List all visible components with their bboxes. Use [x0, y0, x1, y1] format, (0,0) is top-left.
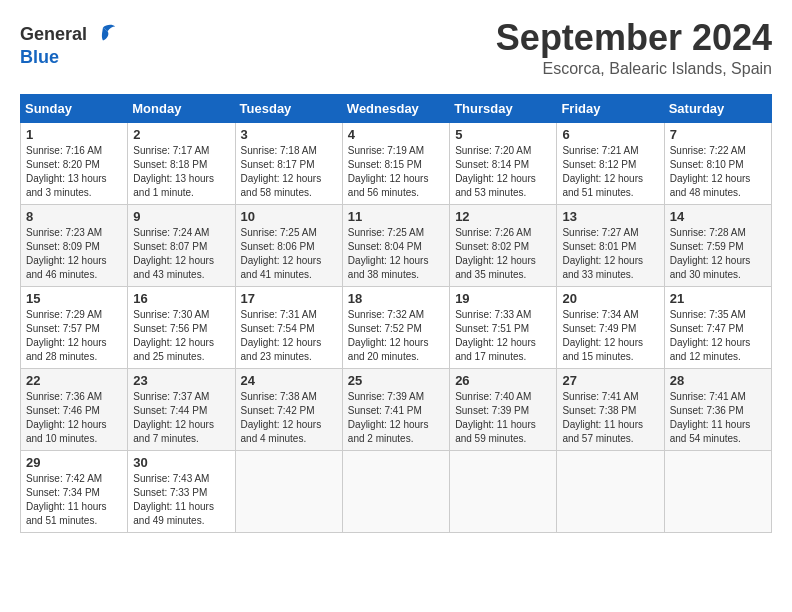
day-number: 9 — [133, 209, 229, 224]
calendar-week-row: 29Sunrise: 7:42 AMSunset: 7:34 PMDayligh… — [21, 451, 772, 533]
day-info: Sunrise: 7:39 AMSunset: 7:41 PMDaylight:… — [348, 390, 444, 446]
day-number: 29 — [26, 455, 122, 470]
calendar-cell: 28Sunrise: 7:41 AMSunset: 7:36 PMDayligh… — [664, 369, 771, 451]
calendar-cell: 25Sunrise: 7:39 AMSunset: 7:41 PMDayligh… — [342, 369, 449, 451]
calendar-cell: 24Sunrise: 7:38 AMSunset: 7:42 PMDayligh… — [235, 369, 342, 451]
day-info: Sunrise: 7:40 AMSunset: 7:39 PMDaylight:… — [455, 390, 551, 446]
weekday-header-tuesday: Tuesday — [235, 95, 342, 123]
weekday-header-sunday: Sunday — [21, 95, 128, 123]
day-number: 30 — [133, 455, 229, 470]
calendar-cell: 19Sunrise: 7:33 AMSunset: 7:51 PMDayligh… — [450, 287, 557, 369]
calendar-cell: 3Sunrise: 7:18 AMSunset: 8:17 PMDaylight… — [235, 123, 342, 205]
day-info: Sunrise: 7:38 AMSunset: 7:42 PMDaylight:… — [241, 390, 337, 446]
day-info: Sunrise: 7:41 AMSunset: 7:36 PMDaylight:… — [670, 390, 766, 446]
page-header: General Blue September 2024 Escorca, Bal… — [20, 20, 772, 78]
calendar-week-row: 8Sunrise: 7:23 AMSunset: 8:09 PMDaylight… — [21, 205, 772, 287]
day-info: Sunrise: 7:27 AMSunset: 8:01 PMDaylight:… — [562, 226, 658, 282]
calendar-cell: 8Sunrise: 7:23 AMSunset: 8:09 PMDaylight… — [21, 205, 128, 287]
calendar-cell: 21Sunrise: 7:35 AMSunset: 7:47 PMDayligh… — [664, 287, 771, 369]
calendar-week-row: 15Sunrise: 7:29 AMSunset: 7:57 PMDayligh… — [21, 287, 772, 369]
calendar-cell: 23Sunrise: 7:37 AMSunset: 7:44 PMDayligh… — [128, 369, 235, 451]
location-subtitle: Escorca, Balearic Islands, Spain — [496, 60, 772, 78]
weekday-header-wednesday: Wednesday — [342, 95, 449, 123]
calendar-cell: 30Sunrise: 7:43 AMSunset: 7:33 PMDayligh… — [128, 451, 235, 533]
calendar-cell — [557, 451, 664, 533]
calendar-cell: 14Sunrise: 7:28 AMSunset: 7:59 PMDayligh… — [664, 205, 771, 287]
day-number: 4 — [348, 127, 444, 142]
calendar-cell: 26Sunrise: 7:40 AMSunset: 7:39 PMDayligh… — [450, 369, 557, 451]
calendar-cell: 1Sunrise: 7:16 AMSunset: 8:20 PMDaylight… — [21, 123, 128, 205]
day-number: 16 — [133, 291, 229, 306]
calendar-cell — [342, 451, 449, 533]
weekday-header-friday: Friday — [557, 95, 664, 123]
calendar-cell: 4Sunrise: 7:19 AMSunset: 8:15 PMDaylight… — [342, 123, 449, 205]
calendar-cell: 15Sunrise: 7:29 AMSunset: 7:57 PMDayligh… — [21, 287, 128, 369]
day-number: 14 — [670, 209, 766, 224]
weekday-header-saturday: Saturday — [664, 95, 771, 123]
day-info: Sunrise: 7:17 AMSunset: 8:18 PMDaylight:… — [133, 144, 229, 200]
day-number: 3 — [241, 127, 337, 142]
day-info: Sunrise: 7:25 AMSunset: 8:04 PMDaylight:… — [348, 226, 444, 282]
calendar-cell: 11Sunrise: 7:25 AMSunset: 8:04 PMDayligh… — [342, 205, 449, 287]
calendar-cell: 10Sunrise: 7:25 AMSunset: 8:06 PMDayligh… — [235, 205, 342, 287]
day-info: Sunrise: 7:20 AMSunset: 8:14 PMDaylight:… — [455, 144, 551, 200]
day-number: 7 — [670, 127, 766, 142]
calendar-cell: 13Sunrise: 7:27 AMSunset: 8:01 PMDayligh… — [557, 205, 664, 287]
day-info: Sunrise: 7:19 AMSunset: 8:15 PMDaylight:… — [348, 144, 444, 200]
month-year-title: September 2024 — [496, 20, 772, 56]
day-info: Sunrise: 7:34 AMSunset: 7:49 PMDaylight:… — [562, 308, 658, 364]
logo: General Blue — [20, 20, 117, 67]
weekday-header-row: SundayMondayTuesdayWednesdayThursdayFrid… — [21, 95, 772, 123]
title-section: September 2024 Escorca, Balearic Islands… — [496, 20, 772, 78]
day-info: Sunrise: 7:21 AMSunset: 8:12 PMDaylight:… — [562, 144, 658, 200]
day-number: 13 — [562, 209, 658, 224]
calendar-cell: 12Sunrise: 7:26 AMSunset: 8:02 PMDayligh… — [450, 205, 557, 287]
day-number: 28 — [670, 373, 766, 388]
calendar-cell: 27Sunrise: 7:41 AMSunset: 7:38 PMDayligh… — [557, 369, 664, 451]
day-number: 11 — [348, 209, 444, 224]
day-info: Sunrise: 7:26 AMSunset: 8:02 PMDaylight:… — [455, 226, 551, 282]
day-info: Sunrise: 7:25 AMSunset: 8:06 PMDaylight:… — [241, 226, 337, 282]
calendar-cell: 6Sunrise: 7:21 AMSunset: 8:12 PMDaylight… — [557, 123, 664, 205]
calendar-cell: 29Sunrise: 7:42 AMSunset: 7:34 PMDayligh… — [21, 451, 128, 533]
day-number: 19 — [455, 291, 551, 306]
logo-blue: Blue — [20, 47, 59, 67]
day-number: 6 — [562, 127, 658, 142]
day-info: Sunrise: 7:23 AMSunset: 8:09 PMDaylight:… — [26, 226, 122, 282]
day-info: Sunrise: 7:22 AMSunset: 8:10 PMDaylight:… — [670, 144, 766, 200]
day-number: 10 — [241, 209, 337, 224]
day-info: Sunrise: 7:37 AMSunset: 7:44 PMDaylight:… — [133, 390, 229, 446]
day-number: 2 — [133, 127, 229, 142]
calendar-week-row: 22Sunrise: 7:36 AMSunset: 7:46 PMDayligh… — [21, 369, 772, 451]
day-number: 5 — [455, 127, 551, 142]
day-number: 1 — [26, 127, 122, 142]
day-number: 20 — [562, 291, 658, 306]
day-info: Sunrise: 7:24 AMSunset: 8:07 PMDaylight:… — [133, 226, 229, 282]
day-info: Sunrise: 7:43 AMSunset: 7:33 PMDaylight:… — [133, 472, 229, 528]
day-info: Sunrise: 7:18 AMSunset: 8:17 PMDaylight:… — [241, 144, 337, 200]
calendar-cell — [235, 451, 342, 533]
calendar-cell: 18Sunrise: 7:32 AMSunset: 7:52 PMDayligh… — [342, 287, 449, 369]
day-number: 24 — [241, 373, 337, 388]
day-number: 15 — [26, 291, 122, 306]
calendar-cell: 22Sunrise: 7:36 AMSunset: 7:46 PMDayligh… — [21, 369, 128, 451]
day-number: 21 — [670, 291, 766, 306]
day-info: Sunrise: 7:41 AMSunset: 7:38 PMDaylight:… — [562, 390, 658, 446]
day-number: 23 — [133, 373, 229, 388]
logo-general: General — [20, 25, 87, 43]
day-info: Sunrise: 7:33 AMSunset: 7:51 PMDaylight:… — [455, 308, 551, 364]
calendar-table: SundayMondayTuesdayWednesdayThursdayFrid… — [20, 94, 772, 533]
logo-bird-icon — [89, 20, 117, 48]
calendar-cell — [450, 451, 557, 533]
day-info: Sunrise: 7:42 AMSunset: 7:34 PMDaylight:… — [26, 472, 122, 528]
day-number: 25 — [348, 373, 444, 388]
calendar-cell — [664, 451, 771, 533]
calendar-cell: 7Sunrise: 7:22 AMSunset: 8:10 PMDaylight… — [664, 123, 771, 205]
calendar-week-row: 1Sunrise: 7:16 AMSunset: 8:20 PMDaylight… — [21, 123, 772, 205]
calendar-cell: 20Sunrise: 7:34 AMSunset: 7:49 PMDayligh… — [557, 287, 664, 369]
day-info: Sunrise: 7:16 AMSunset: 8:20 PMDaylight:… — [26, 144, 122, 200]
day-number: 17 — [241, 291, 337, 306]
day-number: 12 — [455, 209, 551, 224]
day-number: 26 — [455, 373, 551, 388]
day-number: 27 — [562, 373, 658, 388]
